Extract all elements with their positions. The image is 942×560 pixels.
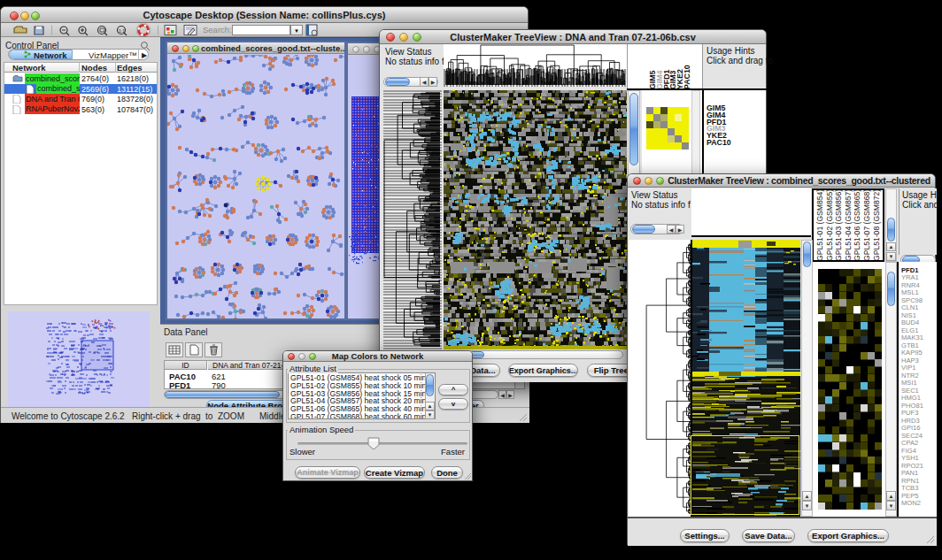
svg-text:Search:: Search: (203, 25, 232, 35)
svg-text:1:1: 1:1 (119, 28, 125, 34)
svg-text:GPL51-07 (GSM868): GPL51-07 (GSM868) (862, 190, 871, 260)
svg-text:GPL51-01 (GSM854): GPL51-01 (GSM854) (815, 190, 824, 260)
svg-text:GPL51-04 (GSM857): GPL51-04 (GSM857) (844, 190, 853, 260)
svg-text:GPL51-03 (GSM856): GPL51-03 (GSM856) (834, 190, 843, 260)
svg-text:PAC10: PAC10 (683, 65, 691, 89)
svg-text:GPL51-02 (GSM855): GPL51-02 (GSM855) (825, 190, 834, 260)
svg-text:GPL51-08 (GSM872): GPL51-08 (GSM872) (872, 190, 881, 260)
svg-text:GPL51-06 (GSM865): GPL51-06 (GSM865) (853, 190, 861, 260)
